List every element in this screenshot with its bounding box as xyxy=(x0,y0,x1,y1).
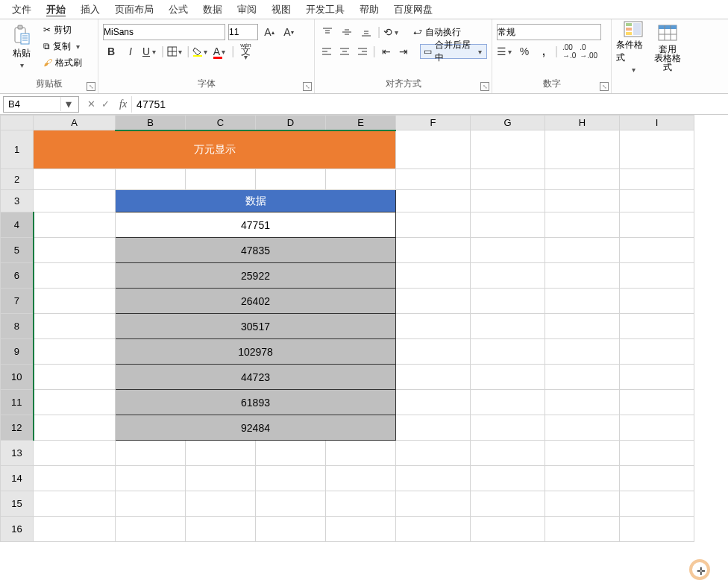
menu-insert[interactable]: 插入 xyxy=(73,0,107,19)
row-header[interactable]: 7 xyxy=(1,289,34,314)
row-header[interactable]: 16 xyxy=(1,517,34,542)
accept-formula-icon[interactable]: ✓ xyxy=(99,98,112,110)
decrease-font-icon[interactable]: A▾ xyxy=(280,24,297,40)
col-header[interactable]: H xyxy=(545,116,620,130)
dialog-launcher-icon[interactable]: ⤡ xyxy=(480,82,489,91)
bold-button[interactable]: B xyxy=(103,43,119,60)
row-header[interactable]: 4 xyxy=(1,212,34,238)
align-left-icon[interactable] xyxy=(319,43,334,60)
dialog-launcher-icon[interactable]: ⤡ xyxy=(87,82,95,91)
increase-font-icon[interactable]: A▴ xyxy=(261,24,277,40)
data-cell[interactable]: 47751 xyxy=(116,212,396,238)
cut-button[interactable]: ✂ 剪切 xyxy=(42,22,84,37)
align-right-icon[interactable] xyxy=(355,43,370,60)
format-as-table-button[interactable]: 套用 表格格式 xyxy=(650,22,685,72)
name-box-input[interactable] xyxy=(4,98,60,110)
data-cell[interactable]: 30517 xyxy=(116,314,396,339)
row-header[interactable]: 12 xyxy=(1,415,34,441)
col-header[interactable]: B xyxy=(116,116,186,130)
menu-formula[interactable]: 公式 xyxy=(161,0,195,19)
row-header[interactable]: 3 xyxy=(1,190,34,212)
col-header[interactable]: E xyxy=(326,116,396,130)
increase-indent-icon[interactable]: ⇥ xyxy=(396,43,411,60)
row-header[interactable]: 11 xyxy=(1,390,34,415)
data-cell[interactable]: 47835 xyxy=(116,238,396,263)
row-header[interactable]: 6 xyxy=(1,263,34,289)
col-header[interactable]: C xyxy=(186,116,256,130)
merge-label: 合并后居中 xyxy=(435,39,474,64)
merge-center-button[interactable]: ▭ 合并后居中 ▾ xyxy=(420,44,487,59)
row-header[interactable]: 15 xyxy=(1,491,34,517)
formula-input[interactable] xyxy=(131,96,728,113)
menu-help[interactable]: 帮助 xyxy=(352,0,386,19)
format-painter-button[interactable]: 🖌 格式刷 xyxy=(42,55,84,70)
chevron-down-icon[interactable]: ▾ xyxy=(60,97,75,111)
data-header-cell[interactable]: 数据 xyxy=(116,190,396,212)
increase-decimal-icon[interactable]: .00→.0 xyxy=(561,43,577,60)
align-middle-icon[interactable] xyxy=(339,24,355,40)
orientation-button[interactable]: ⟲▾ xyxy=(383,24,400,40)
col-header[interactable]: G xyxy=(471,116,545,130)
font-size-combo[interactable] xyxy=(228,24,258,40)
number-format-combo[interactable] xyxy=(497,24,601,40)
menu-home[interactable]: 开始 xyxy=(39,0,73,19)
conditional-format-icon xyxy=(623,21,644,37)
underline-button[interactable]: U▾ xyxy=(142,43,158,60)
title-cell[interactable]: 万元显示 xyxy=(34,130,396,169)
name-box[interactable]: ▾ xyxy=(3,96,79,113)
decrease-decimal-icon[interactable]: .0→.00 xyxy=(580,43,597,60)
ribbon-group-number: ☰▾ % , | .00→.0 .0→.00 数字 ⤡ xyxy=(492,19,612,93)
font-family-combo[interactable] xyxy=(103,24,225,40)
data-cell[interactable]: 25922 xyxy=(116,263,396,289)
menu-review[interactable]: 审阅 xyxy=(230,0,264,19)
col-header[interactable]: D xyxy=(256,116,326,130)
worksheet-grid[interactable]: A B C D E F G H I 1 万元显示 2 3 数据 4 47751 … xyxy=(0,115,728,586)
accounting-format-button[interactable]: ☰▾ xyxy=(497,43,513,60)
data-cell[interactable]: 26402 xyxy=(116,289,396,314)
percent-button[interactable]: % xyxy=(516,43,533,60)
align-bottom-icon[interactable] xyxy=(358,24,374,40)
row-header[interactable]: 2 xyxy=(1,169,34,190)
col-header[interactable]: I xyxy=(620,116,694,130)
align-center-icon[interactable] xyxy=(337,43,352,60)
clipboard-icon xyxy=(11,25,32,45)
fill-color-button[interactable]: ▾ xyxy=(192,43,209,60)
align-top-icon[interactable] xyxy=(319,24,336,40)
data-cell[interactable]: 44723 xyxy=(116,365,396,390)
cancel-formula-icon[interactable]: ✕ xyxy=(85,98,98,110)
copy-button[interactable]: ⧉ 复制 ▾ xyxy=(42,39,84,54)
select-all-corner[interactable] xyxy=(1,116,34,130)
row-header[interactable]: 13 xyxy=(1,441,34,466)
data-cell[interactable]: 92484 xyxy=(116,415,396,441)
row-header[interactable]: 1 xyxy=(1,130,34,169)
menu-dev[interactable]: 开发工具 xyxy=(298,0,352,19)
chevron-down-icon: ▾ xyxy=(74,42,81,51)
row-header[interactable]: 9 xyxy=(1,339,34,365)
dialog-launcher-icon[interactable]: ⤡ xyxy=(600,82,609,91)
border-button[interactable]: ▾ xyxy=(167,43,183,60)
decrease-indent-icon[interactable]: ⇤ xyxy=(379,43,394,60)
menu-data[interactable]: 数据 xyxy=(195,0,230,19)
row-header[interactable]: 5 xyxy=(1,238,34,263)
conditional-format-button[interactable]: 条件格式 ▾ xyxy=(616,22,650,72)
menu-baidu[interactable]: 百度网盘 xyxy=(386,0,440,19)
wrap-text-button[interactable]: ⮐ 自动换行 xyxy=(412,25,462,40)
italic-button[interactable]: I xyxy=(122,43,139,60)
comma-button[interactable]: , xyxy=(536,43,552,60)
row-header[interactable]: 10 xyxy=(1,365,34,390)
menu-view[interactable]: 视图 xyxy=(264,0,298,19)
row-header[interactable]: 8 xyxy=(1,314,34,339)
menu-layout[interactable]: 页面布局 xyxy=(107,0,161,19)
fx-icon[interactable]: fx xyxy=(115,98,131,110)
dialog-launcher-icon[interactable]: ⤡ xyxy=(303,82,312,91)
data-cell[interactable]: 61893 xyxy=(116,390,396,415)
data-cell[interactable]: 102978 xyxy=(116,339,396,365)
col-header[interactable]: A xyxy=(34,116,116,130)
column-header-row: A B C D E F G H I xyxy=(1,116,694,130)
paste-button[interactable]: 粘贴 ▾ xyxy=(4,22,39,72)
row-header[interactable]: 14 xyxy=(1,466,34,491)
col-header[interactable]: F xyxy=(396,116,471,130)
phonetic-guide-button[interactable]: wén文▾ xyxy=(237,43,254,60)
font-color-button[interactable]: A▾ xyxy=(212,43,228,60)
menu-file[interactable]: 文件 xyxy=(4,0,39,19)
